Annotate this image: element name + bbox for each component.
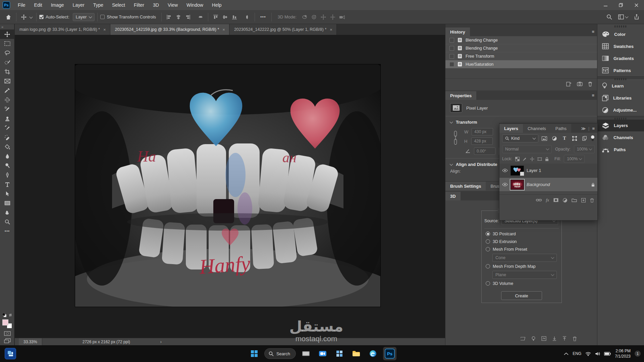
link-layers-icon[interactable] [536,198,542,202]
history-source-checkbox[interactable] [449,38,454,43]
lock-artboard-icon[interactable] [537,157,542,161]
lock-pixels-icon[interactable] [523,157,527,161]
new-adjustment-layer-icon[interactable] [563,198,567,202]
menu-image[interactable]: Image [47,0,68,10]
layer-row-background[interactable]: Background [499,178,597,192]
width-field[interactable]: 430 px [472,128,493,135]
history-item[interactable]: Blending Change [445,44,597,52]
menu-type[interactable]: Type [89,0,108,10]
type-tool[interactable] [0,180,14,189]
share-icon[interactable] [634,14,639,20]
close-icon[interactable]: × [329,27,333,32]
quick-mask-icon[interactable] [4,331,11,336]
show-transform-controls-checkbox[interactable] [100,15,105,19]
tab-paths[interactable]: Paths [551,124,571,133]
store-app-icon[interactable] [333,347,346,360]
dock-item-paths[interactable]: Paths [597,143,644,156]
collapse-panel-icon[interactable]: ≫ [581,126,586,131]
blur-tool[interactable] [0,152,14,161]
tab-brush-settings[interactable]: Brush Settings [445,182,486,190]
mesh-preset-select[interactable]: Cone [492,254,557,262]
default-colors-icon[interactable] [2,313,6,317]
minimize-button[interactable] [598,0,613,10]
clock[interactable]: 2:06 PM 7/1/2023 [615,348,631,359]
filter-type-icon[interactable]: T [560,136,568,141]
document-tab-1[interactable]: main logo.png @ 33.3% (Layer 1, RGB/8) *… [15,24,110,35]
align-left-edges-icon[interactable] [164,12,174,22]
battery-icon[interactable] [604,352,611,356]
photoshop-app-icon[interactable]: Ps [383,347,396,360]
filter-shape-icon[interactable] [571,136,578,141]
tool-preset-chevron-icon[interactable] [30,15,33,19]
history-panel-menu-icon[interactable]: ≡ [592,29,594,34]
new-document-from-state-icon[interactable] [566,81,572,86]
align-right-edges-icon[interactable] [183,12,193,22]
visibility-eye-icon[interactable] [502,169,508,172]
ground-plane-icon[interactable] [521,336,526,341]
tray-chevron-icon[interactable] [564,352,569,355]
clone-stamp-tool[interactable] [0,114,14,123]
close-icon[interactable]: × [222,27,226,32]
dock-item-learn[interactable]: Learn [597,80,644,92]
file-explorer-icon[interactable] [350,347,363,360]
tab-channels[interactable]: Channels [523,124,551,133]
task-view-icon[interactable] [299,347,313,360]
menu-file[interactable]: File [13,0,30,10]
crop-tool[interactable] [0,67,14,76]
eraser-tool[interactable] [0,133,14,142]
create-button[interactable]: Create [501,291,542,300]
dock-item-gradients[interactable]: Gradients [597,52,644,64]
close-icon[interactable]: × [103,27,107,32]
document-image[interactable]: Ha ан Hanfy [75,64,380,307]
history-item[interactable]: Blending Change [445,36,597,44]
rectangle-tool[interactable] [0,198,14,208]
dock-item-libraries[interactable]: Libraries [597,92,644,104]
radio-3d-volume[interactable]: 3D Volume [486,280,561,287]
frame-tool[interactable] [0,76,14,86]
tab-3d[interactable]: 3D [445,192,461,200]
start-button[interactable] [248,347,261,360]
radio-3d-postcard[interactable]: 3D Postcard [486,231,561,237]
history-item-selected[interactable]: Hue/Saturation [445,60,597,68]
language-indicator[interactable]: ENG [573,351,581,356]
restore-button[interactable] [613,0,629,10]
auto-select-target-select[interactable]: Layer [73,13,95,21]
dock-item-patterns[interactable]: Patterns [597,64,644,76]
dodge-tool[interactable] [0,161,14,170]
radio-3d-extrusion[interactable]: 3D Extrusion [486,238,561,245]
export-3d-icon[interactable] [562,336,567,341]
dock-item-layers[interactable]: Layers [597,119,644,131]
rectangular-marquee-tool[interactable] [0,39,14,48]
edit-toolbar-icon[interactable]: ••• [0,227,14,236]
dock-item-channels[interactable]: Channels [597,131,644,143]
home-icon[interactable] [4,12,13,22]
layers-panel-menu-icon[interactable]: ≡ [592,126,595,131]
history-source-checkbox[interactable] [449,62,454,67]
healing-brush-tool[interactable] [0,95,14,105]
history-brush-tool[interactable] [0,123,14,133]
lights-icon[interactable] [532,336,535,341]
screen-mode-icon[interactable] [4,338,11,343]
paint-bucket-tool[interactable] [0,142,14,152]
tab-layers[interactable]: Layers [499,124,523,133]
volume-icon[interactable] [595,352,600,356]
dock-item-adjustments[interactable]: Adjustme... [597,104,644,116]
canvas-area[interactable]: Ha ан Hanfy [15,35,445,338]
taskbar-search[interactable]: Search [264,348,296,359]
menu-view[interactable]: View [163,0,182,10]
radio-mesh-preset[interactable]: Mesh From Preset [486,246,561,252]
edge-browser-icon[interactable] [366,347,380,360]
properties-panel-menu-icon[interactable]: ≡ [592,93,594,98]
height-field[interactable]: 428 px [471,137,493,145]
new-snapshot-icon[interactable] [577,81,583,86]
tab-history[interactable]: History [445,27,470,36]
delete-state-icon[interactable] [588,81,592,86]
swap-colors-icon[interactable] [8,313,12,317]
visibility-eye-icon[interactable] [502,183,508,186]
new-group-icon[interactable] [572,198,577,202]
search-icon[interactable] [606,14,612,20]
blend-mode-select[interactable]: Normal [502,145,552,153]
close-button[interactable] [629,0,644,10]
move-tool-icon[interactable] [19,12,29,22]
depth-map-select[interactable]: Plane [492,271,557,279]
